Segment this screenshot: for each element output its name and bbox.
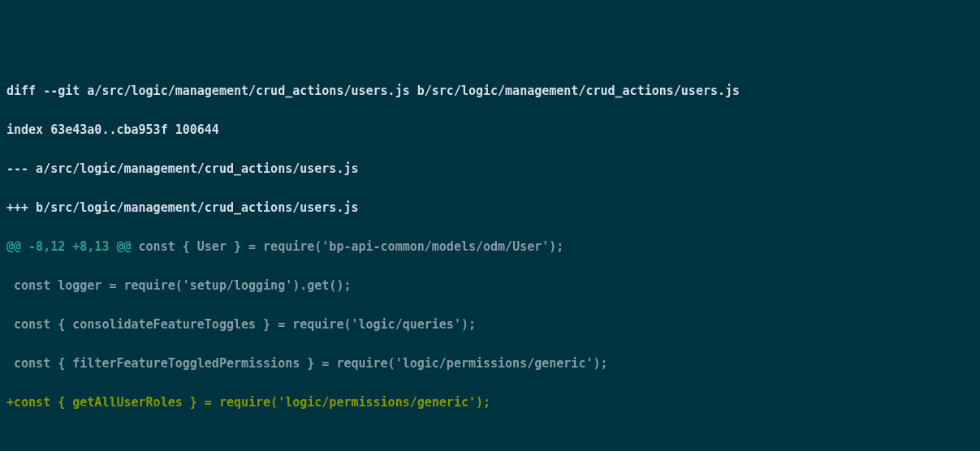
diff-file-b: +++ b/src/logic/management/crud_actions/… bbox=[6, 198, 974, 217]
diff-blank-line bbox=[6, 432, 974, 451]
hunk-context: const { User } = require('bp-api-common/… bbox=[132, 239, 564, 254]
diff-context-line: const { filterFeatureToggledPermissions … bbox=[6, 354, 974, 373]
diff-context-line: const { consolidateFeatureToggles } = re… bbox=[6, 315, 974, 334]
diff-index-line: index 63e43a0..cba953f 100644 bbox=[6, 120, 974, 140]
hunk-marker: @@ -8,12 +8,13 @@ bbox=[6, 239, 132, 254]
diff-hunk-header: @@ -8,12 +8,13 @@ const { User } = requi… bbox=[6, 237, 974, 256]
diff-context-line: const logger = require('setup/logging').… bbox=[6, 276, 974, 295]
diff-header-line: diff --git a/src/logic/management/crud_a… bbox=[6, 81, 974, 101]
diff-file-a: --- a/src/logic/management/crud_actions/… bbox=[6, 159, 974, 178]
diff-added-line: +const { getAllUserRoles } = require('lo… bbox=[6, 393, 974, 412]
